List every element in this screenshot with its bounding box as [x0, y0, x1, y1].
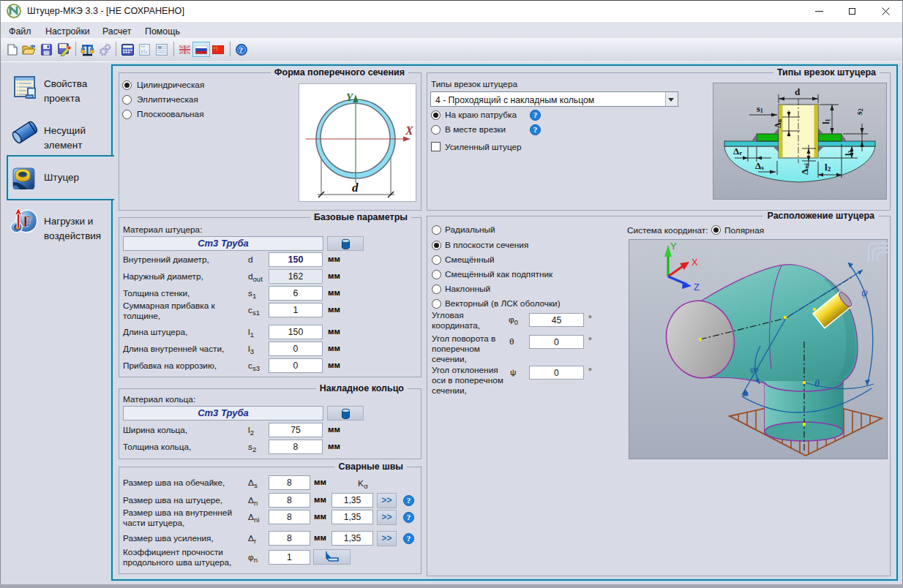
svg-text:X: X	[405, 124, 413, 137]
svg-text:X: X	[692, 257, 698, 268]
svg-text:d: d	[352, 181, 359, 195]
svg-text:θ: θ	[814, 378, 820, 389]
svg-text:φ0: φ0	[750, 364, 759, 374]
svg-text:d: d	[795, 86, 801, 97]
svg-text:W: W	[158, 45, 162, 50]
svg-text:Y: Y	[670, 241, 677, 252]
svg-text:ψ: ψ	[861, 287, 868, 298]
svg-text:F: F	[23, 213, 32, 230]
svg-text:?: ?	[239, 45, 244, 54]
svg-text:Z: Z	[694, 282, 700, 293]
